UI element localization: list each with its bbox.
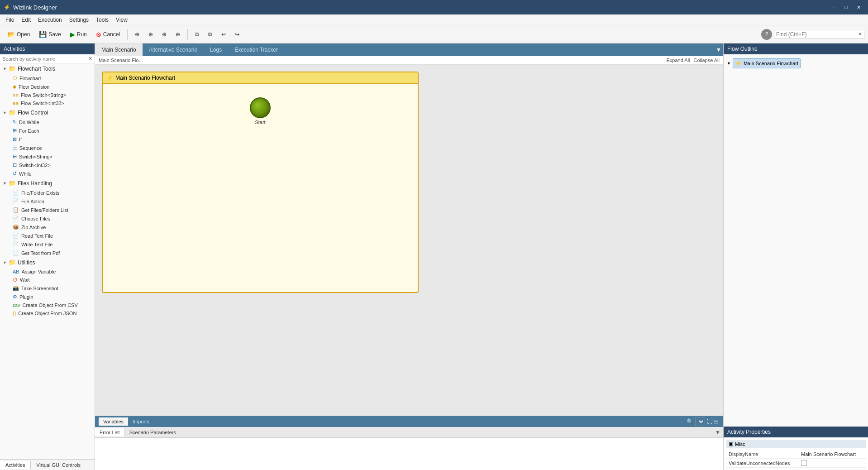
item-file-folder-exists[interactable]: 📄 File/Folder Exists xyxy=(0,188,95,197)
prop-section-collapse-icon[interactable]: ▣ xyxy=(729,441,733,447)
expand-bp-icon[interactable]: ⛶ xyxy=(706,417,713,426)
redo-button[interactable]: ↪ xyxy=(231,29,243,39)
item-choose-files[interactable]: 📄 Choose Files xyxy=(0,214,95,223)
plugin-icon: ⚙ xyxy=(13,294,17,300)
nav-up-button[interactable]: ⊕ xyxy=(131,29,143,39)
collapse-icon[interactable]: ▼ xyxy=(714,43,723,56)
item-create-object-csv[interactable]: csv Create Object From CSV xyxy=(0,301,95,309)
minimize-button[interactable]: — xyxy=(827,2,839,13)
prop-displayname-value: Main Scenario Flowchart xyxy=(801,451,863,457)
nav-right-button[interactable]: ⊕ xyxy=(145,29,157,39)
sub-tab-scenario-params[interactable]: Scenario Parameters xyxy=(125,428,181,436)
activity-props-header: Activity Properties xyxy=(724,427,868,437)
flow-decision-icon: ◆ xyxy=(13,84,16,90)
activity-search-input[interactable] xyxy=(2,56,88,62)
item-take-screenshot[interactable]: 📸 Take Screenshot xyxy=(0,284,95,293)
close-button[interactable]: ✕ xyxy=(853,2,864,13)
group-files-handling-header[interactable]: ▼ 📁 Files Handling xyxy=(0,178,95,188)
expand-all-button[interactable]: Expand All xyxy=(667,58,690,63)
group-utilities-header[interactable]: ▼ 📁 Utilities xyxy=(0,257,95,268)
chevron-icon: ▼ xyxy=(3,110,7,115)
titlebar: ⚡ Wizlink Designer — □ ✕ xyxy=(0,0,868,14)
menu-edit[interactable]: Edit xyxy=(18,16,34,24)
collapse-bp-icon[interactable]: ⊟ xyxy=(713,417,720,426)
zip-archive-icon: 📦 xyxy=(13,224,19,230)
item-sequence[interactable]: ☰ Sequence xyxy=(0,144,95,152)
tab-execution-tracker[interactable]: Execution Tracker xyxy=(228,43,284,56)
tab-virtual-gui[interactable]: Virtual GUI Controls xyxy=(31,461,86,469)
item-do-while[interactable]: ↻ Do While xyxy=(0,118,95,126)
redo-icon: ↪ xyxy=(235,31,239,38)
cancel-button[interactable]: ⊗ Cancel xyxy=(92,29,124,40)
save-label: Save xyxy=(48,31,61,38)
maximize-button[interactable]: □ xyxy=(840,2,852,13)
item-write-text-file[interactable]: 📄 Write Text File xyxy=(0,240,95,249)
item-flow-switch-string[interactable]: ≡≡ Flow Switch<String> xyxy=(0,91,95,99)
item-wait[interactable]: ⏱ Wait xyxy=(0,276,95,284)
search-bp-icon[interactable]: 🔍 xyxy=(686,417,694,426)
collapse-all-button[interactable]: Collapse All xyxy=(694,58,720,63)
undo-button[interactable]: ↩ xyxy=(218,29,229,39)
scenario-tabs: Main Scenario Alternative Scenario Logs … xyxy=(95,43,723,56)
find-box: ✕ xyxy=(774,30,864,39)
run-button[interactable]: ▶ Run xyxy=(67,29,91,40)
item-switch-string[interactable]: ⊟ Switch<String> xyxy=(0,152,95,161)
nav-right-icon: ⊕ xyxy=(148,31,153,38)
sub-tab-close[interactable]: ▼ xyxy=(712,428,723,436)
tab-variables[interactable]: Variables xyxy=(99,417,128,426)
prop-validate-checkbox[interactable] xyxy=(801,460,807,466)
nav-down-button[interactable]: ⊕ xyxy=(158,29,170,39)
menu-execution[interactable]: Execution xyxy=(34,16,66,24)
item-flowchart[interactable]: ⬡ Flowchart xyxy=(0,74,95,82)
if-icon: ⊠ xyxy=(13,136,17,142)
save-button[interactable]: 💾 Save xyxy=(35,29,64,40)
switch-int32-icon: ⊟ xyxy=(13,162,17,168)
item-if[interactable]: ⊠ If xyxy=(0,135,95,144)
bottom-tabs: Activities Virtual GUI Controls xyxy=(0,459,95,470)
tab-main-scenario[interactable]: Main Scenario xyxy=(95,43,143,56)
copy-button[interactable]: ⧉ xyxy=(191,29,203,39)
prop-section-misc: ▣ Misc xyxy=(726,440,866,448)
menu-view[interactable]: View xyxy=(112,16,131,24)
item-for-each[interactable]: ⊞ For Each xyxy=(0,126,95,135)
find-input[interactable] xyxy=(776,31,858,38)
menu-settings[interactable]: Settings xyxy=(66,16,92,24)
resize-handle[interactable]: ⋱ xyxy=(411,286,417,291)
menu-tools[interactable]: Tools xyxy=(92,16,112,24)
help-button[interactable]: ? xyxy=(761,29,772,40)
tab-activities[interactable]: Activities xyxy=(0,461,31,469)
sequence-icon: ☰ xyxy=(13,145,17,151)
canvas-area[interactable]: ⚡ Main Scenario Flowchart Start ⋱ xyxy=(95,65,723,416)
outline-item-main-scenario[interactable]: ⚡ Main Scenario Flowchart xyxy=(733,58,801,68)
bp-select[interactable] xyxy=(695,417,705,426)
item-assign-variable[interactable]: AB Assign Variable xyxy=(0,268,95,276)
find-clear-icon[interactable]: ✕ xyxy=(858,31,862,37)
item-get-text-from-pdf[interactable]: 📄 Get Text from Pdf xyxy=(0,249,95,257)
tab-alternative-scenario[interactable]: Alternative Scenario xyxy=(143,43,204,56)
item-while[interactable]: ↺ While xyxy=(0,169,95,178)
item-file-action[interactable]: 📄 File Action xyxy=(0,197,95,206)
item-get-files-folders-list[interactable]: 📋 Get Files/Folders List xyxy=(0,206,95,214)
menu-file[interactable]: File xyxy=(2,16,18,24)
item-read-text-file[interactable]: 📄 Read Text File xyxy=(0,231,95,240)
open-button[interactable]: 📂 Open xyxy=(4,29,33,40)
flowchart-icon: ⬡ xyxy=(13,75,17,81)
sub-tab-error-list[interactable]: Error List xyxy=(95,428,125,436)
tab-imports[interactable]: Imports xyxy=(128,417,154,426)
group-flow-control-header[interactable]: ▼ 📁 Flow Control xyxy=(0,107,95,118)
nav-left-button[interactable]: ⊕ xyxy=(172,29,184,39)
copy-icon: ⧉ xyxy=(195,31,199,38)
item-flow-switch-int32[interactable]: ≡≡ Flow Switch<Int32> xyxy=(0,99,95,107)
group-flowchart-tools-header[interactable]: ▼ 📁 Flowchart Tools xyxy=(0,63,95,74)
item-switch-int32[interactable]: ⊟ Switch<Int32> xyxy=(0,161,95,169)
search-clear-icon[interactable]: ✕ xyxy=(88,56,92,62)
flowchart-content[interactable]: Start ⋱ xyxy=(103,84,418,292)
item-plugin[interactable]: ⚙ Plugin xyxy=(0,293,95,301)
item-create-object-json[interactable]: {} Create Object From JSON xyxy=(0,309,95,317)
breadcrumb: Main Scenario Flo... xyxy=(99,58,143,63)
group-files-handling: ▼ 📁 Files Handling 📄 File/Folder Exists … xyxy=(0,178,95,257)
item-flow-decision[interactable]: ◆ Flow Decision xyxy=(0,82,95,91)
item-zip-archive[interactable]: 📦 Zip Archive xyxy=(0,223,95,231)
tab-logs[interactable]: Logs xyxy=(204,43,228,56)
paste-button[interactable]: ⧉ xyxy=(205,29,216,39)
